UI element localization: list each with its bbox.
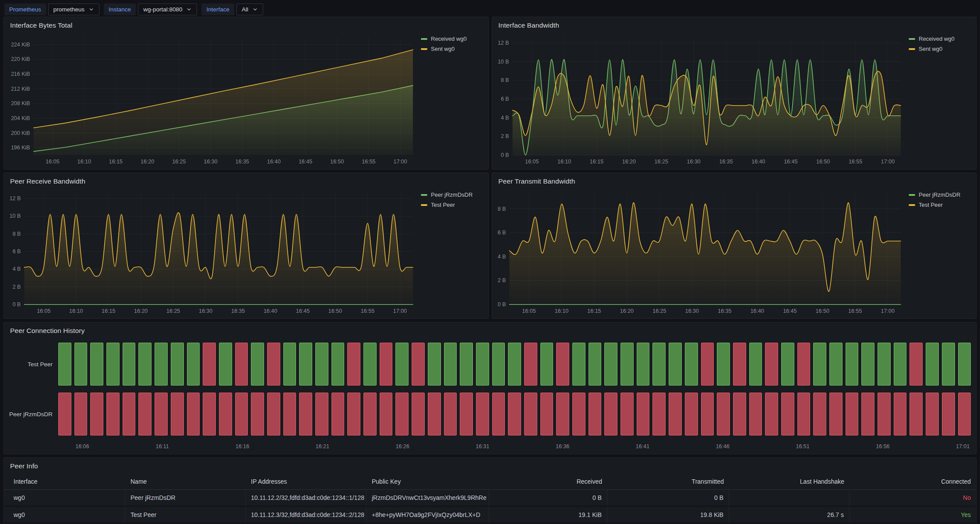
legend-item[interactable]: Test Peer bbox=[909, 202, 973, 208]
history-bar-connected bbox=[685, 343, 698, 386]
history-row-label: Peer jRzmDsDR bbox=[7, 389, 58, 439]
cell-name: Peer jRzmDsDR bbox=[125, 490, 246, 506]
variable-instance-value: wg-portal:8080 bbox=[143, 6, 182, 13]
history-bar-disconnected bbox=[958, 393, 971, 435]
history-bar-connected bbox=[251, 343, 264, 386]
history-bar-connected bbox=[540, 343, 553, 386]
svg-text:10 B: 10 B bbox=[10, 213, 21, 219]
column-header-interface[interactable]: Interface bbox=[4, 474, 125, 489]
history-bar-connected bbox=[878, 343, 891, 386]
history-bar-disconnected bbox=[813, 393, 826, 435]
history-bar-disconnected bbox=[267, 343, 280, 386]
legend-item[interactable]: Peer jRzmDsDR bbox=[421, 191, 485, 198]
history-bar-disconnected bbox=[701, 393, 714, 435]
svg-text:16:30: 16:30 bbox=[685, 308, 699, 314]
chevron-down-icon bbox=[88, 7, 94, 12]
svg-text:16:30: 16:30 bbox=[204, 159, 217, 165]
svg-text:12 B: 12 B bbox=[498, 40, 509, 46]
history-bar-connected bbox=[299, 343, 312, 386]
legend-series-swatch bbox=[909, 204, 915, 206]
history-bar-connected bbox=[669, 343, 682, 386]
history-x-axis: 16:0616:1116:1616:2116:2616:3116:3616:41… bbox=[58, 440, 971, 452]
history-bar-connected bbox=[90, 343, 103, 386]
chart-legend: Received wg0Sent wg0 bbox=[416, 32, 486, 166]
legend-item[interactable]: Received wg0 bbox=[421, 35, 485, 42]
column-header-name[interactable]: Name bbox=[125, 474, 246, 489]
column-header-connected[interactable]: Connected bbox=[850, 474, 976, 489]
history-bar-disconnected bbox=[942, 393, 955, 435]
history-bars-area[interactable]: 16:0616:1116:1616:2116:2616:3116:3616:41… bbox=[58, 339, 971, 452]
history-bar-disconnected bbox=[556, 393, 569, 435]
cell-interface: wg0 bbox=[4, 490, 125, 506]
history-bar-disconnected bbox=[412, 343, 425, 386]
history-bar-disconnected bbox=[380, 393, 393, 435]
history-bar-disconnected bbox=[203, 393, 216, 435]
svg-text:216 KiB: 216 KiB bbox=[11, 71, 30, 77]
history-bar-disconnected bbox=[797, 343, 811, 386]
variable-prometheus-value-dropdown[interactable]: prometheus bbox=[48, 4, 99, 15]
svg-text:16:50: 16:50 bbox=[816, 308, 829, 314]
variable-interface-value-dropdown[interactable]: All bbox=[236, 4, 263, 15]
svg-text:220 KiB: 220 KiB bbox=[11, 56, 30, 62]
legend-series-label: Test Peer bbox=[919, 202, 943, 208]
history-bar-disconnected bbox=[347, 393, 360, 435]
history-bar-connected bbox=[219, 343, 232, 386]
history-bar-disconnected bbox=[781, 393, 794, 435]
svg-text:212 KiB: 212 KiB bbox=[11, 86, 30, 92]
interface-bandwidth-chart[interactable]: 16:0516:1016:1516:2016:2516:3016:3516:40… bbox=[495, 32, 903, 166]
column-header-public-key[interactable]: Public Key bbox=[367, 474, 489, 489]
svg-text:16:05: 16:05 bbox=[37, 308, 50, 314]
legend-item[interactable]: Test Peer bbox=[421, 202, 485, 208]
legend-series-swatch bbox=[421, 48, 427, 50]
history-bar-disconnected bbox=[909, 343, 923, 386]
panel-title[interactable]: Peer Info bbox=[4, 458, 976, 474]
table-header-row: Interface Name IP Addresses Public Key R… bbox=[4, 474, 976, 490]
column-header-ip-addresses[interactable]: IP Addresses bbox=[246, 474, 367, 489]
history-x-tick-label: 16:56 bbox=[876, 443, 889, 450]
column-header-received[interactable]: Received bbox=[489, 474, 607, 489]
column-header-transmitted[interactable]: Transmitted bbox=[607, 474, 729, 489]
interface-bytes-total-chart[interactable]: 16:0516:1016:1516:2016:2516:3016:3516:40… bbox=[7, 32, 416, 166]
legend-item[interactable]: Peer jRzmDsDR bbox=[909, 191, 973, 198]
history-bar-disconnected bbox=[363, 393, 377, 435]
svg-text:8 B: 8 B bbox=[501, 77, 509, 83]
history-x-tick-label: 16:21 bbox=[316, 443, 329, 450]
panel-title[interactable]: Peer Receive Bandwidth bbox=[4, 173, 488, 189]
history-bar-disconnected bbox=[347, 343, 360, 386]
chart-legend: Peer jRzmDsDRTest Peer bbox=[416, 188, 486, 316]
history-bar-connected bbox=[460, 343, 473, 386]
panel-title[interactable]: Peer Connection History bbox=[4, 322, 976, 338]
legend-series-label: Sent wg0 bbox=[919, 46, 942, 52]
panel-title[interactable]: Peer Transmit Bandwidth bbox=[492, 173, 976, 189]
history-bar-disconnected bbox=[171, 393, 184, 435]
legend-series-swatch bbox=[909, 194, 915, 196]
variable-instance-label: Instance bbox=[104, 4, 136, 15]
cell-received: 19.1 KiB bbox=[489, 507, 607, 523]
panel-title[interactable]: Interface Bandwidth bbox=[492, 17, 976, 33]
legend-series-label: Received wg0 bbox=[919, 35, 955, 42]
peer-receive-bandwidth-chart[interactable]: 16:0516:1016:1516:2016:2516:3016:3516:40… bbox=[7, 188, 416, 316]
legend-item[interactable]: Sent wg0 bbox=[909, 46, 973, 52]
legend-item[interactable]: Received wg0 bbox=[909, 35, 973, 42]
history-bar-disconnected bbox=[331, 393, 345, 435]
history-bar-connected bbox=[155, 343, 168, 386]
history-bar-connected bbox=[123, 343, 136, 386]
legend-item[interactable]: Sent wg0 bbox=[421, 46, 485, 52]
svg-text:16:50: 16:50 bbox=[330, 159, 344, 165]
svg-text:16:40: 16:40 bbox=[751, 308, 764, 314]
variable-prometheus: Prometheus prometheus bbox=[4, 4, 99, 15]
panel-peer-connection-history: Peer Connection History Test PeerPeer jR… bbox=[4, 322, 976, 454]
variable-instance-value-dropdown[interactable]: wg-portal:8080 bbox=[138, 4, 197, 15]
history-bar-disconnected bbox=[508, 393, 521, 435]
panel-title[interactable]: Interface Bytes Total bbox=[4, 17, 488, 33]
chevron-down-icon bbox=[186, 7, 192, 12]
history-row-label: Test Peer bbox=[7, 339, 58, 389]
cell-public-key: jRzmDsDRVnwCt13vsyamXherk9L9RhRe bbox=[367, 490, 489, 506]
peer-transmit-bandwidth-chart[interactable]: 16:0516:1016:1516:2016:2516:3016:3516:40… bbox=[495, 188, 903, 316]
column-header-last-handshake[interactable]: Last Handshake bbox=[729, 474, 850, 489]
legend-series-swatch bbox=[909, 38, 915, 40]
svg-text:16:55: 16:55 bbox=[361, 308, 374, 314]
chart-legend: Received wg0Sent wg0 bbox=[903, 32, 973, 166]
legend-series-label: Sent wg0 bbox=[431, 46, 455, 52]
svg-text:16:15: 16:15 bbox=[590, 159, 603, 165]
